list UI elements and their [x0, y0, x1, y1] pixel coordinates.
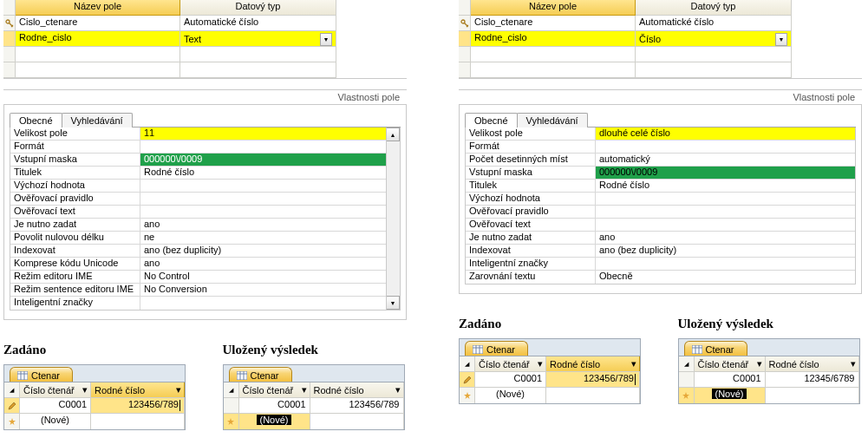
- blank-cell[interactable]: [471, 62, 636, 78]
- property-row[interactable]: Indexovatano (bez duplicity): [10, 245, 400, 258]
- blank-cell[interactable]: [180, 62, 336, 78]
- row-selector-blank[interactable]: [3, 62, 16, 78]
- property-row[interactable]: Komprese kódu Unicodeano: [10, 258, 400, 271]
- grid-corner[interactable]: [459, 0, 471, 16]
- property-row[interactable]: Vstupní maska000000\/0009: [466, 167, 855, 180]
- property-value[interactable]: automatický: [596, 154, 855, 166]
- ds-new-row-icon[interactable]: [679, 388, 695, 403]
- property-row[interactable]: Inteligentní značky: [10, 297, 400, 310]
- row-selector-key[interactable]: [3, 16, 16, 31]
- ds-new-cell[interactable]: [546, 388, 640, 403]
- property-value[interactable]: dlouhé celé číslo: [596, 127, 855, 140]
- property-row[interactable]: Ověřovací pravidlo: [466, 206, 855, 219]
- row-selector-blank[interactable]: [3, 47, 16, 62]
- property-value[interactable]: ano: [140, 258, 400, 270]
- field-name-cell[interactable]: Rodne_cislo: [471, 31, 636, 47]
- ds-new-row-icon[interactable]: [460, 388, 475, 403]
- property-row[interactable]: Režim sentence editoru IMENo Conversion: [10, 284, 400, 297]
- ds-new-cell[interactable]: [91, 414, 185, 429]
- ds-new-row-icon[interactable]: [4, 414, 20, 429]
- property-value[interactable]: ano (bez duplicity): [140, 245, 400, 257]
- property-row[interactable]: TitulekRodné číslo: [10, 167, 400, 180]
- scroll-down-icon[interactable]: ▼: [387, 296, 400, 310]
- ds-id-cell[interactable]: C0001: [239, 398, 310, 413]
- column-header-name[interactable]: Název pole: [16, 0, 180, 16]
- property-row[interactable]: Počet desetinných místautomatický: [466, 154, 855, 167]
- datasheet-tab[interactable]: Ctenar: [465, 341, 528, 356]
- property-row[interactable]: Výchozí hodnota: [466, 193, 855, 206]
- property-row[interactable]: Formát: [466, 141, 855, 154]
- ds-corner[interactable]: ◢: [4, 382, 20, 397]
- tab-lookup[interactable]: Vyhledávání: [62, 113, 133, 127]
- ds-value-cell[interactable]: 123456/789: [546, 372, 640, 387]
- datasheet-tab[interactable]: Ctenar: [684, 341, 747, 356]
- property-value[interactable]: No Control: [140, 271, 400, 283]
- ds-new-cell[interactable]: (Nové): [20, 414, 91, 429]
- property-value[interactable]: [140, 141, 400, 153]
- field-type-cell[interactable]: Text ▼: [180, 31, 336, 47]
- property-value[interactable]: Obecně: [596, 271, 855, 284]
- row-selector-current[interactable]: [459, 31, 471, 47]
- ds-new-cell[interactable]: (Nové): [239, 414, 310, 429]
- property-row[interactable]: Ověřovací text: [10, 206, 400, 219]
- property-row[interactable]: Velikost pole11: [10, 127, 400, 141]
- column-header-type[interactable]: Datový typ: [636, 0, 792, 16]
- field-name-cell[interactable]: Cislo_ctenare: [471, 16, 636, 31]
- property-value[interactable]: [596, 193, 855, 205]
- ds-row-selector[interactable]: [679, 372, 695, 387]
- scroll-up-icon[interactable]: ▲: [387, 127, 400, 141]
- property-value[interactable]: [596, 219, 855, 231]
- property-row[interactable]: Velikost poledlouhé celé číslo: [466, 127, 855, 141]
- ds-corner[interactable]: ◢: [224, 382, 239, 397]
- property-row[interactable]: Ověřovací pravidlo: [10, 193, 400, 206]
- property-row[interactable]: TitulekRodné číslo: [466, 180, 855, 193]
- ds-id-cell[interactable]: C0001: [475, 372, 546, 387]
- property-value[interactable]: ano: [596, 232, 855, 244]
- datasheet-tab[interactable]: Ctenar: [229, 367, 292, 382]
- dropdown-arrow-icon[interactable]: ▼: [320, 33, 332, 46]
- ds-row-editing-icon[interactable]: [460, 372, 475, 387]
- property-value[interactable]: ano: [140, 219, 400, 231]
- property-value[interactable]: [140, 297, 400, 310]
- property-row[interactable]: Vstupní maska000000\/0009: [10, 154, 400, 167]
- tab-general[interactable]: Obecné: [10, 113, 62, 127]
- property-row[interactable]: Je nutno zadatano: [466, 232, 855, 245]
- ds-id-cell[interactable]: C0001: [695, 372, 766, 387]
- property-row[interactable]: Formát: [10, 141, 400, 154]
- property-value[interactable]: [140, 180, 400, 192]
- property-value[interactable]: [596, 258, 855, 270]
- blank-cell[interactable]: [636, 62, 792, 78]
- property-value[interactable]: Rodné číslo: [140, 167, 400, 179]
- dropdown-arrow-icon[interactable]: ▼: [775, 33, 787, 46]
- blank-cell[interactable]: [16, 47, 180, 62]
- ds-row-selector[interactable]: [224, 398, 239, 413]
- ds-col1-header[interactable]: Číslo čtenář ▾: [20, 382, 91, 397]
- field-name-cell[interactable]: Cislo_ctenare: [16, 16, 180, 31]
- property-row[interactable]: Je nutno zadatano: [10, 219, 400, 232]
- ds-col1-header[interactable]: Číslo čtenář ▾: [239, 382, 310, 397]
- property-value[interactable]: [140, 193, 400, 205]
- ds-col1-header[interactable]: Číslo čtenář ▾: [475, 356, 546, 371]
- property-row[interactable]: Ověřovací text: [466, 219, 855, 232]
- ds-col2-header[interactable]: Rodné číslo ▾: [310, 382, 404, 397]
- field-type-cell[interactable]: Automatické číslo: [636, 16, 792, 31]
- row-selector-current[interactable]: [3, 31, 16, 47]
- field-type-cell[interactable]: Automatické číslo: [180, 16, 336, 31]
- blank-cell[interactable]: [636, 47, 792, 62]
- blank-cell[interactable]: [471, 47, 636, 62]
- ds-value-cell[interactable]: 123456/789: [310, 398, 404, 413]
- property-value[interactable]: No Conversion: [140, 284, 400, 296]
- ds-new-cell[interactable]: (Nové): [475, 388, 546, 403]
- field-name-cell[interactable]: Rodne_cislo: [16, 31, 180, 47]
- property-value[interactable]: 11: [140, 127, 400, 140]
- property-value[interactable]: ano (bez duplicity): [596, 245, 855, 257]
- column-header-name[interactable]: Název pole: [471, 0, 636, 16]
- property-value[interactable]: Rodné číslo: [596, 180, 855, 192]
- ds-col2-header[interactable]: Rodné číslo ▾: [546, 356, 640, 371]
- column-header-type[interactable]: Datový typ: [180, 0, 336, 16]
- property-row[interactable]: Povolit nulovou délkune: [10, 232, 400, 245]
- property-row[interactable]: Zarovnání textuObecně: [466, 271, 855, 284]
- property-row[interactable]: Výchozí hodnota: [10, 180, 400, 193]
- tab-lookup[interactable]: Vyhledávání: [517, 113, 588, 127]
- ds-corner[interactable]: ◢: [679, 356, 695, 371]
